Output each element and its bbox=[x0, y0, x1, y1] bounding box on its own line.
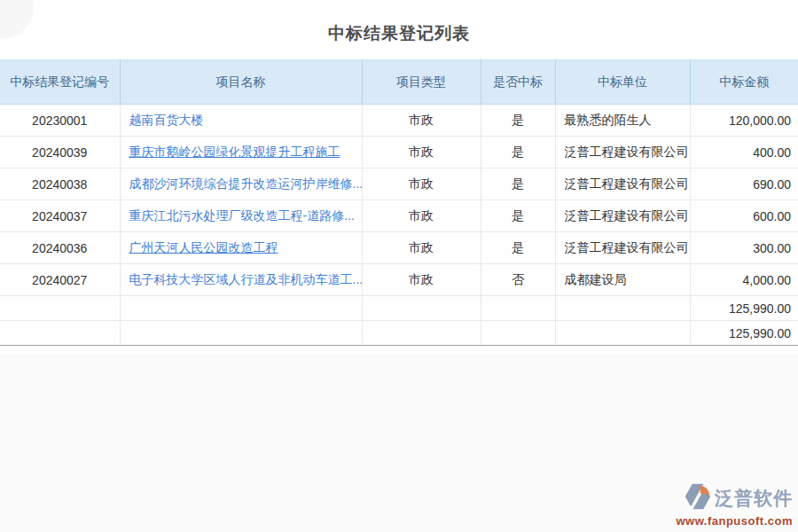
cell-win_unit: 泛普工程建设有限公司 bbox=[555, 232, 690, 264]
cell-reg_no: 20240036 bbox=[0, 232, 120, 264]
cell-win_amount: 400.00 bbox=[690, 137, 798, 168]
cell-project_name: 电子科技大学区域人行道及非机动车道工... bbox=[120, 264, 362, 296]
vendor-name: 泛普软件 bbox=[715, 486, 793, 511]
cell-project_name: 重庆江北污水处理厂级改造工程-道路修... bbox=[120, 200, 362, 232]
summary-row: 125,990.00 bbox=[0, 321, 798, 346]
summary-cell-win_unit bbox=[555, 296, 690, 321]
project-name-link[interactable]: 广州天河人民公园改造工程 bbox=[129, 240, 278, 254]
table-row: 20240039重庆市鹅岭公园绿化景观提升工程施工市政是泛普工程建设有限公司40… bbox=[0, 137, 798, 168]
cell-project_type: 市政 bbox=[362, 168, 481, 200]
summary-row: 125,990.00 bbox=[0, 296, 798, 321]
summary-cell-is_win bbox=[481, 321, 555, 346]
cell-project_name: 广州天河人民公园改造工程 bbox=[120, 232, 362, 264]
col-header-win-unit: 中标单位 bbox=[555, 60, 690, 105]
cell-win_amount: 4,000.00 bbox=[690, 264, 798, 296]
table-header: 中标结果登记编号 项目名称 项目类型 是否中标 中标单位 中标金额 bbox=[0, 60, 798, 105]
bid-results-table: 中标结果登记编号 项目名称 项目类型 是否中标 中标单位 中标金额 202300… bbox=[0, 59, 798, 346]
page-title: 中标结果登记列表 bbox=[328, 22, 470, 45]
cell-project_type: 市政 bbox=[362, 264, 481, 296]
cell-win_unit: 最熟悉的陌生人 bbox=[555, 105, 690, 137]
project-name-link[interactable]: 重庆市鹅岭公园绿化景观提升工程施工 bbox=[129, 145, 340, 159]
page-header: 中标结果登记列表 bbox=[0, 0, 798, 59]
summary-cell-win_amount: 125,990.00 bbox=[690, 321, 798, 346]
cell-is_win: 是 bbox=[481, 137, 555, 168]
summary-cell-win_amount: 125,990.00 bbox=[690, 296, 798, 321]
cell-is_win: 是 bbox=[481, 232, 555, 264]
cell-project_type: 市政 bbox=[362, 105, 481, 137]
cell-win_unit: 泛普工程建设有限公司 bbox=[555, 168, 690, 200]
table-row: 20240038成都沙河环境综合提升改造运河护岸维修...市政是泛普工程建设有限… bbox=[0, 168, 798, 200]
project-name-link[interactable]: 越南百货大楼 bbox=[129, 113, 204, 127]
summary-cell-reg_no bbox=[0, 321, 120, 346]
cell-project_name: 成都沙河环境综合提升改造运河护岸维修... bbox=[120, 168, 362, 200]
table-row: 20240037重庆江北污水处理厂级改造工程-道路修...市政是泛普工程建设有限… bbox=[0, 200, 798, 232]
header-row: 中标结果登记编号 项目名称 项目类型 是否中标 中标单位 中标金额 bbox=[0, 60, 798, 105]
summary-cell-project_name bbox=[120, 321, 362, 346]
cell-project_type: 市政 bbox=[362, 232, 481, 264]
col-header-reg-no: 中标结果登记编号 bbox=[0, 60, 120, 105]
cell-project_name: 重庆市鹅岭公园绿化景观提升工程施工 bbox=[120, 137, 362, 168]
summary-cell-project_type bbox=[362, 321, 481, 346]
summary-cell-reg_no bbox=[0, 296, 120, 321]
cell-win_unit: 成都建设局 bbox=[555, 264, 690, 296]
cell-project_type: 市政 bbox=[362, 200, 481, 232]
project-name-link[interactable]: 电子科技大学区域人行道及非机动车道工... bbox=[129, 272, 363, 286]
table-row: 20240036广州天河人民公园改造工程市政是泛普工程建设有限公司300.00 bbox=[0, 232, 798, 264]
project-name-link[interactable]: 重庆江北污水处理厂级改造工程-道路修... bbox=[129, 208, 355, 223]
cell-win_amount: 120,000.00 bbox=[690, 105, 798, 137]
col-header-project-name: 项目名称 bbox=[120, 60, 362, 105]
cell-win_unit: 泛普工程建设有限公司 bbox=[555, 200, 690, 232]
table-row: 20240027电子科技大学区域人行道及非机动车道工...市政否成都建设局4,0… bbox=[0, 264, 798, 296]
cell-win_amount: 600.00 bbox=[690, 200, 798, 232]
project-name-link[interactable]: 成都沙河环境综合提升改造运河护岸维修... bbox=[129, 176, 363, 191]
cell-is_win: 是 bbox=[481, 105, 555, 137]
cell-win_unit: 泛普工程建设有限公司 bbox=[555, 137, 690, 168]
cell-reg_no: 20240037 bbox=[0, 200, 120, 232]
cell-project_type: 市政 bbox=[362, 137, 481, 168]
summary-cell-win_unit bbox=[555, 321, 690, 346]
table-row: 20230001越南百货大楼市政是最熟悉的陌生人120,000.00 bbox=[0, 105, 798, 137]
summary-cell-project_type bbox=[362, 296, 481, 321]
cell-win_amount: 690.00 bbox=[690, 168, 798, 200]
col-header-win-amount: 中标金额 bbox=[690, 60, 798, 105]
cell-project_name: 越南百货大楼 bbox=[120, 105, 362, 137]
page-footer-area: 泛普软件 www.fanpusoft.com bbox=[0, 354, 798, 532]
summary-cell-is_win bbox=[481, 296, 555, 321]
cell-is_win: 是 bbox=[481, 200, 555, 232]
vendor-url-link[interactable]: www.fanpusoft.com bbox=[676, 514, 793, 528]
fanpu-logo-icon bbox=[684, 482, 712, 514]
cell-is_win: 否 bbox=[481, 264, 555, 296]
cell-win_amount: 300.00 bbox=[690, 232, 798, 264]
cell-is_win: 是 bbox=[481, 168, 555, 200]
cell-reg_no: 20230001 bbox=[0, 105, 120, 137]
cell-reg_no: 20240038 bbox=[0, 168, 120, 200]
table-body: 20230001越南百货大楼市政是最熟悉的陌生人120,000.00202400… bbox=[0, 105, 798, 346]
summary-cell-project_name bbox=[120, 296, 362, 321]
col-header-project-type: 项目类型 bbox=[362, 60, 481, 105]
col-header-is-win: 是否中标 bbox=[481, 60, 555, 105]
cell-reg_no: 20240027 bbox=[0, 264, 120, 296]
cell-reg_no: 20240039 bbox=[0, 137, 120, 168]
vendor-watermark: 泛普软件 www.fanpusoft.com bbox=[676, 482, 793, 528]
